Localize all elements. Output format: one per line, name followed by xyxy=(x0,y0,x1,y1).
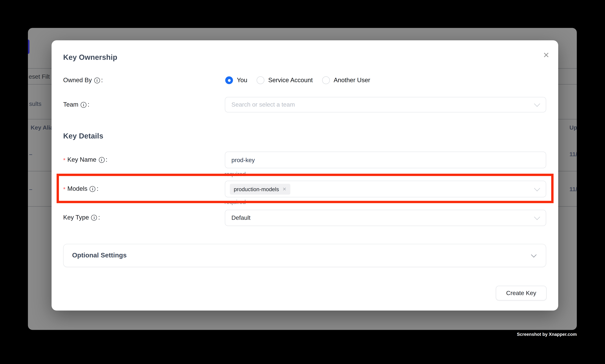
create-key-modal: Key Ownership ✕ Owned By i : You Service… xyxy=(51,40,558,311)
radio-unchecked-icon[interactable] xyxy=(322,77,330,84)
close-icon[interactable]: ✕ xyxy=(541,50,552,61)
models-validation-message: required xyxy=(224,198,246,205)
radio-checked-icon[interactable] xyxy=(225,77,233,84)
colon: : xyxy=(106,156,107,163)
models-label: * Models i : xyxy=(63,185,98,193)
info-icon[interactable]: i xyxy=(90,186,95,192)
key-name-label: * Key Name i : xyxy=(63,156,107,164)
owned-by-label-text: Owned By xyxy=(63,77,92,84)
info-icon[interactable]: i xyxy=(91,215,97,220)
radio-label: Service Account xyxy=(268,77,313,84)
models-select[interactable]: production-models ✕ xyxy=(225,181,546,197)
key-type-select[interactable]: Default xyxy=(225,210,546,226)
chevron-down-icon xyxy=(531,252,537,257)
table-row-alias: – xyxy=(29,186,32,192)
table-row-date: 11/ xyxy=(569,186,577,192)
key-type-label-text: Key Type xyxy=(63,214,89,221)
xnapper-watermark: Screenshot by Xnapper.com xyxy=(517,332,577,337)
modal-title: Key Ownership xyxy=(63,53,117,62)
key-name-value: prod-key xyxy=(232,156,255,164)
colon: : xyxy=(98,214,100,221)
remove-tag-icon[interactable]: ✕ xyxy=(283,186,286,192)
radio-label: You xyxy=(237,77,247,84)
radio-option-service-account[interactable]: Service Account xyxy=(257,77,313,84)
chevron-down-icon xyxy=(534,214,540,220)
team-label: Team i : xyxy=(63,101,89,109)
radio-option-you[interactable]: You xyxy=(225,77,247,84)
key-name-input[interactable]: prod-key xyxy=(225,152,546,168)
models-label-text: Models xyxy=(67,185,87,193)
create-key-button-edge xyxy=(28,40,29,54)
owned-by-radio-group: You Service Account Another User xyxy=(225,77,380,84)
key-name-label-text: Key Name xyxy=(67,156,96,163)
optional-settings-toggle[interactable]: Optional Settings xyxy=(63,244,546,267)
create-key-button-label: Create Key xyxy=(506,290,536,297)
team-label-text: Team xyxy=(63,101,78,108)
radio-option-another-user[interactable]: Another User xyxy=(322,77,370,84)
key-type-value: Default xyxy=(232,214,250,221)
required-asterisk: * xyxy=(63,185,65,192)
info-icon[interactable]: i xyxy=(99,157,104,163)
table-row-date: 11/ xyxy=(569,151,577,157)
team-select-placeholder: Search or select a team xyxy=(232,101,295,108)
required-asterisk: * xyxy=(63,156,65,163)
chevron-down-icon xyxy=(534,185,540,191)
colon: : xyxy=(101,77,103,84)
chevron-down-icon xyxy=(534,101,540,107)
optional-settings-label: Optional Settings xyxy=(72,252,127,260)
updated-column-header: Up xyxy=(569,124,577,131)
radio-unchecked-icon[interactable] xyxy=(257,77,264,84)
info-icon[interactable]: i xyxy=(81,102,86,108)
colon: : xyxy=(88,101,89,108)
key-name-validation-message: required xyxy=(224,170,246,177)
screenshot-canvas: eset Filt sults Key Alia Up – 11/ – 11/ … xyxy=(0,0,605,364)
selected-model-tag-label: production-models xyxy=(234,186,279,192)
key-alias-column-header: Key Alia xyxy=(31,124,53,131)
info-icon[interactable]: i xyxy=(94,78,100,83)
table-row-alias: – xyxy=(29,151,32,157)
reset-filters-button-partial: eset Filt xyxy=(29,73,50,80)
team-select[interactable]: Search or select a team xyxy=(225,97,546,113)
owned-by-label: Owned By i : xyxy=(63,77,103,84)
results-count-partial: sults xyxy=(29,100,41,107)
colon: : xyxy=(97,185,98,193)
create-key-button[interactable]: Create Key xyxy=(496,286,546,300)
radio-label: Another User xyxy=(334,77,370,84)
key-details-heading: Key Details xyxy=(63,132,103,140)
key-type-label: Key Type i : xyxy=(63,214,100,221)
selected-model-tag: production-models ✕ xyxy=(230,183,290,195)
